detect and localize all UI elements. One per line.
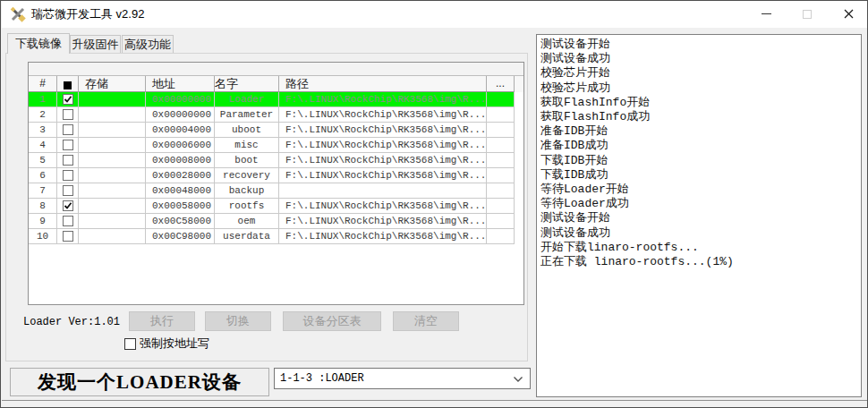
cell-name: Loader xyxy=(215,92,279,107)
row-checkbox-cell[interactable] xyxy=(57,214,79,229)
log-line: 测试设备成功 xyxy=(540,226,861,241)
cell-name: backup xyxy=(215,183,279,199)
cell-num: 4 xyxy=(29,138,57,153)
row-checkbox-cell[interactable] xyxy=(57,92,79,107)
partition-table: # 存储 地址 名字 路径 ... 10x00000000LoaderF:\.L… xyxy=(28,62,524,305)
header-more: ... xyxy=(487,76,515,92)
log-line: 等待Loader成功 xyxy=(540,197,861,211)
cell-more xyxy=(487,138,515,153)
header-check-all[interactable] xyxy=(57,76,79,92)
cell-path: F:\.LINUX\RockChip\RK3568\img\R... xyxy=(279,168,487,183)
app-tools-icon xyxy=(10,6,26,22)
cell-storage xyxy=(79,123,146,138)
checkbox-unchecked-icon[interactable] xyxy=(63,170,73,181)
maximize-button[interactable] xyxy=(787,1,828,27)
table-row[interactable]: 40x00006000miscF:\.LINUX\RockChip\RK3568… xyxy=(29,138,523,153)
cell-more xyxy=(487,168,515,183)
tab-upgrade-firmware[interactable]: 升级固件 xyxy=(70,35,121,54)
row-checkbox-cell[interactable] xyxy=(57,199,79,214)
table-row[interactable]: 100x00C98000userdataF:\.LINUX\RockChip\R… xyxy=(29,229,523,244)
checkbox-checked-icon[interactable] xyxy=(63,94,73,105)
checkbox-unchecked-icon[interactable] xyxy=(63,109,73,120)
cell-num: 2 xyxy=(29,107,57,123)
header-storage: 存储 xyxy=(79,76,146,92)
cell-address: 0x00006000 xyxy=(146,138,215,153)
row-checkbox-cell[interactable] xyxy=(57,229,79,244)
execute-button[interactable]: 执行 xyxy=(129,311,195,331)
log-panel[interactable]: 测试设备开始测试设备成功校验芯片开始校验芯片成功获取FlashInfo开始获取F… xyxy=(536,34,862,397)
cell-more xyxy=(487,229,515,244)
log-line: 获取FlashInfo开始 xyxy=(540,96,861,110)
cell-storage xyxy=(79,153,146,168)
device-status-box: 发现一个LOADER设备 xyxy=(10,368,269,396)
cell-address: 0x00000000 xyxy=(146,107,215,123)
cell-storage xyxy=(79,138,146,153)
cell-name: boot xyxy=(215,153,279,168)
checkbox-unchecked-icon[interactable] xyxy=(63,124,73,135)
device-partition-table-button[interactable]: 设备分区表 xyxy=(283,311,381,331)
checkbox-checked-icon[interactable] xyxy=(63,200,73,211)
row-checkbox-cell[interactable] xyxy=(57,153,79,168)
tab-advanced-function[interactable]: 高级功能 xyxy=(122,35,174,54)
cell-name: rootfs xyxy=(215,199,279,214)
cell-more xyxy=(487,199,515,214)
table-row[interactable]: 10x00000000LoaderF:\.LINUX\RockChip\RK35… xyxy=(29,92,523,107)
cell-num: 6 xyxy=(29,168,57,183)
device-select-dropdown[interactable]: 1-1-3 :LOADER xyxy=(274,368,531,389)
table-top-strip xyxy=(29,63,523,76)
close-button[interactable] xyxy=(828,1,868,27)
title-bar[interactable]: 瑞芯微开发工具 v2.92 xyxy=(2,1,867,28)
cell-more xyxy=(487,123,515,138)
table-row[interactable]: 30x00004000ubootF:\.LINUX\RockChip\RK356… xyxy=(29,123,523,138)
cell-path: F:\.LINUX\RockChip\RK3568\img\R... xyxy=(279,123,487,138)
log-line: 下载IDB成功 xyxy=(540,168,861,183)
cell-num: 8 xyxy=(29,199,57,214)
cell-path: F:\.LINUX\RockChip\RK3568\img\R... xyxy=(279,107,487,123)
checkbox-unchecked-icon[interactable] xyxy=(63,216,73,226)
cell-name: uboot xyxy=(215,123,279,138)
log-line: 正在下载 linaro-rootfs...(1%) xyxy=(540,255,861,269)
header-address: 地址 xyxy=(146,76,215,92)
tab-download-image[interactable]: 下载镜像 xyxy=(7,33,70,54)
chevron-down-icon xyxy=(513,376,523,383)
header-path: 路径 xyxy=(279,76,487,92)
device-select-value: 1-1-3 :LOADER xyxy=(280,372,364,385)
row-checkbox-cell[interactable] xyxy=(57,107,79,123)
checkbox-unchecked-icon[interactable] xyxy=(63,140,73,150)
log-line: 校验芯片开始 xyxy=(540,66,861,81)
clear-button[interactable]: 清空 xyxy=(393,311,459,331)
table-row[interactable]: 20x00000000ParameterF:\.LINUX\RockChip\R… xyxy=(29,107,523,123)
cell-storage xyxy=(79,183,146,199)
cell-address: 0x00048000 xyxy=(146,183,215,199)
row-checkbox-cell[interactable] xyxy=(57,183,79,199)
cell-path: F:\.LINUX\RockChip\RK3568\img\R... xyxy=(279,92,487,107)
maximize-icon xyxy=(803,10,812,19)
minimize-button[interactable] xyxy=(745,1,787,27)
header-index: # xyxy=(29,76,57,92)
cell-more xyxy=(487,153,515,168)
checkbox-unchecked-icon[interactable] xyxy=(63,185,73,196)
table-row[interactable]: 80x00058000rootfsF:\.LINUX\RockChip\RK35… xyxy=(29,199,523,214)
checkbox-unchecked-icon[interactable] xyxy=(63,231,73,242)
row-checkbox-cell[interactable] xyxy=(57,168,79,183)
cell-name: oem xyxy=(215,214,279,229)
cell-storage xyxy=(79,107,146,123)
cell-name: Parameter xyxy=(215,107,279,123)
table-row[interactable]: 50x00008000bootF:\.LINUX\RockChip\RK3568… xyxy=(29,153,523,168)
table-header-row: # 存储 地址 名字 路径 ... xyxy=(29,76,523,92)
force-write-checkbox[interactable] xyxy=(124,338,136,350)
checkbox-unchecked-icon[interactable] xyxy=(63,155,73,166)
cell-address: 0x00C58000 xyxy=(146,214,215,229)
cell-num: 9 xyxy=(29,214,57,229)
switch-button[interactable]: 切换 xyxy=(205,311,271,331)
row-checkbox-cell[interactable] xyxy=(57,138,79,153)
table-row[interactable]: 70x00048000backup xyxy=(29,183,523,199)
cell-path: F:\.LINUX\RockChip\RK3568\img\R... xyxy=(279,153,487,168)
table-row[interactable]: 90x00C58000oemF:\.LINUX\RockChip\RK3568\… xyxy=(29,214,523,229)
row-checkbox-cell[interactable] xyxy=(57,123,79,138)
cell-more xyxy=(487,183,515,199)
table-row[interactable]: 60x00028000recoveryF:\.LINUX\RockChip\RK… xyxy=(29,168,523,183)
cell-storage xyxy=(79,168,146,183)
cell-path: F:\.LINUX\RockChip\RK3568\img\R... xyxy=(279,138,487,153)
cell-num: 10 xyxy=(29,229,57,244)
